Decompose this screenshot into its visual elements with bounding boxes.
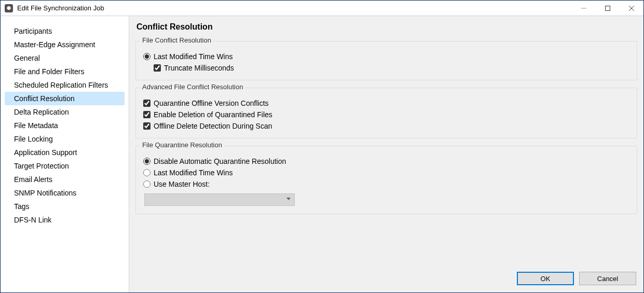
radio-label: Last Modified Time Wins (154, 169, 233, 177)
ok-button[interactable]: OK (517, 272, 574, 285)
radio-quarantine-last-modified-wins[interactable]: Last Modified Time Wins (142, 167, 631, 178)
radio-use-master-host[interactable]: Use Master Host: (142, 178, 631, 190)
sidebar-item-snmp-notifications[interactable]: SNMP Notifications (5, 186, 125, 200)
sidebar-item-tags[interactable]: Tags (5, 200, 125, 213)
group-file-quarantine-resolution: File Quarantine Resolution Disable Autom… (135, 146, 637, 214)
sidebar-item-master-edge-assignment[interactable]: Master-Edge Assignment (5, 38, 125, 51)
checkbox-label: Truncate Milliseconds (164, 64, 234, 72)
sidebar-item-file-and-folder-filters[interactable]: File and Folder Filters (5, 65, 125, 78)
sidebar-item-application-support[interactable]: Application Support (5, 146, 125, 159)
page-title: Conflict Resolution (135, 22, 637, 36)
titlebar: Edit File Synchronization Job (1, 1, 643, 16)
sidebar-item-email-alerts[interactable]: Email Alerts (5, 173, 125, 186)
sidebar-item-scheduled-replication-filters[interactable]: Scheduled Replication Filters (5, 78, 125, 92)
main-panel: Conflict Resolution File Conflict Resolu… (129, 16, 643, 292)
radio-label: Disable Automatic Quarantine Resolution (154, 157, 286, 165)
close-button[interactable] (620, 1, 643, 16)
sidebar-item-general[interactable]: General (5, 51, 125, 65)
checkbox-truncate-milliseconds[interactable]: Truncate Milliseconds (142, 62, 631, 74)
svg-rect-1 (606, 6, 610, 10)
app-icon (5, 4, 13, 12)
group-legend: File Quarantine Resolution (140, 141, 224, 149)
sidebar-item-dfs-n-link[interactable]: DFS-N Link (5, 213, 125, 227)
sidebar-item-file-locking[interactable]: File Locking (5, 132, 125, 146)
sidebar: ParticipantsMaster-Edge AssignmentGenera… (1, 16, 129, 292)
radio-disable-auto-quarantine-resolution[interactable]: Disable Automatic Quarantine Resolution (142, 156, 631, 167)
group-legend: Advanced File Conflict Resolution (140, 83, 245, 91)
checkbox-quarantine-offline-conflicts[interactable]: Quarantine Offline Version Conflicts (142, 97, 631, 109)
master-host-select (144, 193, 295, 206)
checkbox-enable-deletion-quarantined[interactable]: Enable Deletion of Quarantined Files (142, 109, 631, 120)
checkbox-label: Enable Deletion of Quarantined Files (154, 110, 272, 119)
dialog-footer: OK Cancel (517, 272, 636, 285)
radio-label: Use Master Host: (154, 180, 210, 188)
sidebar-item-delta-replication[interactable]: Delta Replication (5, 105, 125, 119)
sidebar-item-conflict-resolution[interactable]: Conflict Resolution (5, 92, 125, 105)
sidebar-item-target-protection[interactable]: Target Protection (5, 159, 125, 173)
radio-label: Last Modified Time Wins (154, 52, 233, 61)
checkbox-offline-delete-detection[interactable]: Offline Delete Detection During Scan (142, 120, 631, 132)
checkbox-label: Offline Delete Detection During Scan (154, 122, 272, 130)
checkbox-label: Quarantine Offline Version Conflicts (154, 99, 269, 107)
cancel-button[interactable]: Cancel (579, 272, 636, 285)
group-file-conflict-resolution: File Conflict Resolution Last Modified T… (135, 41, 637, 80)
group-advanced-file-conflict-resolution: Advanced File Conflict Resolution Quaran… (135, 88, 637, 138)
sidebar-item-file-metadata[interactable]: File Metadata (5, 119, 125, 132)
window-title: Edit File Synchronization Job (17, 4, 104, 12)
sidebar-item-participants[interactable]: Participants (5, 24, 125, 38)
maximize-button[interactable] (596, 1, 620, 16)
radio-last-modified-wins[interactable]: Last Modified Time Wins (142, 51, 631, 62)
minimize-button[interactable] (572, 1, 596, 16)
group-legend: File Conflict Resolution (140, 36, 213, 44)
